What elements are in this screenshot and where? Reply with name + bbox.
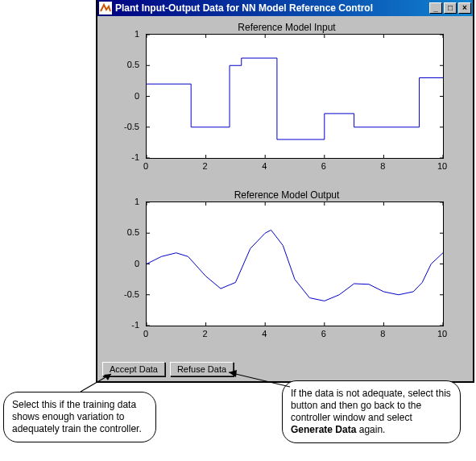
close-button[interactable]: × xyxy=(458,2,471,14)
x-tick-label: 10 xyxy=(437,329,447,338)
y-tick-label: -0.5 xyxy=(114,289,139,299)
callout-refuse: If the data is not adequate, select this… xyxy=(282,380,461,443)
callout-accept: Select this if the training data shows e… xyxy=(3,392,156,442)
x-tick-label: 4 xyxy=(262,329,267,338)
accept-data-button[interactable]: Accept Data xyxy=(102,362,165,376)
y-tick-label: 0 xyxy=(114,259,139,268)
x-tick-label: 2 xyxy=(203,329,208,338)
titlebar: Plant Input-Output Data for NN Model Ref… xyxy=(97,0,473,16)
y-tick-label: -0.5 xyxy=(114,122,139,131)
y-tick-label: 1 xyxy=(114,29,139,39)
reference-model-output-chart: Reference Model Output -1-0.500.51 02468… xyxy=(114,189,460,346)
x-tick-label: 0 xyxy=(143,161,148,171)
y-tick-label: 0.5 xyxy=(114,227,139,237)
y-tick-label: 0 xyxy=(114,91,139,101)
x-tick-label: 6 xyxy=(321,329,326,338)
y-axis: -1-0.500.51 xyxy=(114,201,143,326)
y-tick-label: 0.5 xyxy=(114,60,139,69)
y-tick-label: 1 xyxy=(114,197,139,206)
plot-svg xyxy=(147,202,443,326)
matlab-icon xyxy=(99,2,112,15)
figure-content: Reference Model Input -1-0.500.51 024681… xyxy=(97,16,473,381)
window-title: Plant Input-Output Data for NN Model Ref… xyxy=(115,2,428,14)
callout-text: Select this if the training data shows e… xyxy=(12,399,142,434)
plot-area xyxy=(146,201,444,326)
x-tick-label: 8 xyxy=(380,329,385,338)
maximize-button[interactable]: □ xyxy=(444,2,457,14)
matlab-figure-window: Plant Input-Output Data for NN Model Ref… xyxy=(96,0,474,383)
y-axis: -1-0.500.51 xyxy=(114,34,143,159)
callout-text-pre: If the data is not adequate, select this… xyxy=(291,388,451,423)
y-tick-label: -1 xyxy=(114,152,139,162)
refuse-data-button[interactable]: Refuse Data xyxy=(170,362,234,376)
plot-svg xyxy=(147,35,443,158)
x-tick-label: 4 xyxy=(262,161,267,171)
x-axis: 0246810 xyxy=(146,327,444,340)
callout-text-post: again. xyxy=(356,424,385,435)
x-tick-label: 10 xyxy=(437,161,447,171)
chart-title: Reference Model Input xyxy=(114,21,460,34)
callout-text-bold: Generate Data xyxy=(291,424,356,435)
x-tick-label: 0 xyxy=(143,329,148,338)
x-tick-label: 2 xyxy=(203,161,208,171)
minimize-button[interactable]: _ xyxy=(429,2,442,14)
x-tick-label: 8 xyxy=(380,161,385,171)
button-row: Accept Data Refuse Data xyxy=(102,362,234,376)
x-tick-label: 6 xyxy=(321,161,326,171)
y-tick-label: -1 xyxy=(114,320,139,330)
x-axis: 0246810 xyxy=(146,160,444,172)
reference-model-input-chart: Reference Model Input -1-0.500.51 024681… xyxy=(114,21,460,178)
plot-area xyxy=(146,34,444,159)
chart-title: Reference Model Output xyxy=(114,189,460,201)
